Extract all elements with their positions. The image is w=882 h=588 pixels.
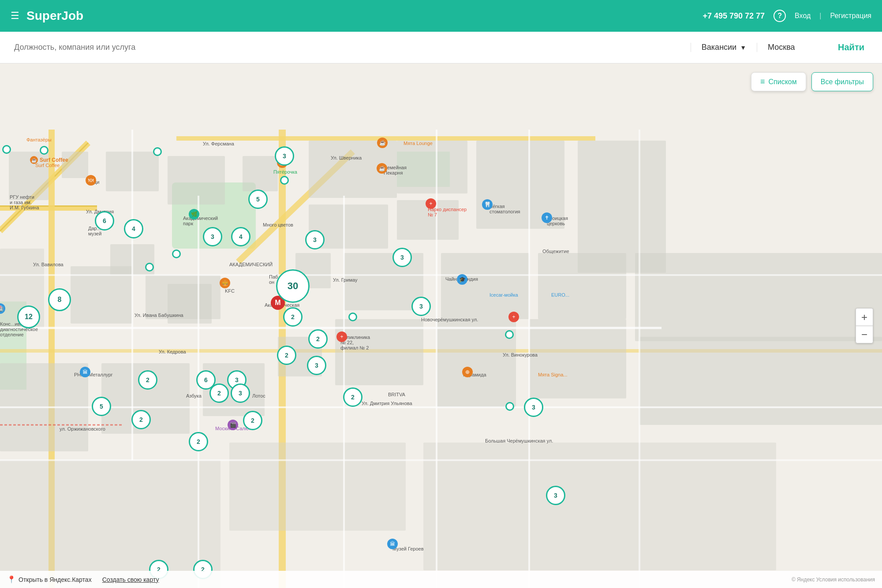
open-yandex-label: Открыть в Яндекс.Картах xyxy=(19,576,92,583)
svg-rect-33 xyxy=(635,253,882,341)
category-label: Вакансии xyxy=(702,43,736,52)
poi-p3[interactable]: ☕ xyxy=(377,163,387,174)
single-dot-d8[interactable] xyxy=(505,330,514,339)
search-bar: Вакансии ▼ Найти xyxy=(0,32,882,63)
svg-rect-30 xyxy=(344,253,423,310)
svg-rect-14 xyxy=(62,152,88,178)
header: ☰ SuperJob +7 495 790 72 77 ? Вход | Рег… xyxy=(0,0,882,32)
menu-icon[interactable]: ☰ xyxy=(11,10,19,22)
cluster-marker-c10[interactable]: 8 xyxy=(48,288,71,311)
city-input[interactable] xyxy=(757,43,827,52)
map-controls: ≡ Списком Все фильтры xyxy=(751,72,873,91)
cluster-marker-c25[interactable]: 2 xyxy=(343,387,363,407)
cluster-marker-c20[interactable]: 3 xyxy=(231,383,250,403)
filter-button[interactable]: Все фильтры xyxy=(811,72,873,91)
cluster-marker-c23[interactable]: 5 xyxy=(92,397,111,416)
cluster-marker-c6[interactable]: 4 xyxy=(231,227,250,246)
map-area[interactable]: ≡ Списком Все фильтры + − 35643433308123… xyxy=(0,63,882,588)
poi-p10[interactable]: 🎓 xyxy=(457,274,467,285)
chevron-down-icon: ▼ xyxy=(740,44,746,51)
cluster-marker-c1[interactable]: 3 xyxy=(275,146,294,166)
svg-rect-44 xyxy=(423,443,776,570)
login-link[interactable]: Вход xyxy=(795,12,811,20)
cluster-marker-c27[interactable]: 2 xyxy=(189,432,208,451)
svg-rect-41 xyxy=(639,337,882,425)
cluster-marker-c26[interactable]: 3 xyxy=(524,398,543,417)
poi-p4[interactable]: 🌿 xyxy=(189,209,199,220)
poi-p15[interactable]: 🏛 xyxy=(387,539,398,549)
single-dot-d4[interactable] xyxy=(280,176,289,185)
single-dot-d5[interactable] xyxy=(172,249,181,258)
single-dot-d9[interactable] xyxy=(505,402,514,411)
svg-rect-32 xyxy=(538,253,626,319)
poi-p16[interactable]: 🦷 xyxy=(482,199,493,210)
cluster-marker-c5[interactable]: 3 xyxy=(203,227,222,246)
cluster-marker-c24[interactable]: 2 xyxy=(131,410,151,429)
cluster-marker-c13[interactable]: 2 xyxy=(283,307,303,327)
cluster-marker-c30[interactable]: 3 xyxy=(546,486,565,505)
zoom-in-button[interactable]: + xyxy=(856,308,873,326)
header-right: +7 495 790 72 77 ? Вход | Регистрация xyxy=(703,10,871,22)
svg-rect-39 xyxy=(437,319,516,407)
svg-rect-43 xyxy=(229,443,406,531)
category-select[interactable]: Вакансии ▼ xyxy=(691,43,757,52)
poi-p7[interactable]: + xyxy=(426,198,436,209)
single-dot-d1[interactable] xyxy=(2,145,11,154)
open-yandex-maps-link[interactable]: 📍 Открыть в Яндекс.Картах xyxy=(7,575,92,584)
cluster-marker-c15[interactable]: 2 xyxy=(277,346,296,365)
cluster-marker-c4[interactable]: 4 xyxy=(124,219,143,238)
phone-number: +7 495 790 72 77 xyxy=(703,11,765,21)
poi-p9[interactable]: + xyxy=(508,312,519,322)
zoom-controls: + − xyxy=(856,308,873,343)
poi-p5[interactable]: 🍔 xyxy=(220,278,230,288)
cluster-marker-c12[interactable]: 3 xyxy=(411,297,431,316)
cluster-marker-c3[interactable]: 6 xyxy=(95,211,114,231)
cluster-marker-c11[interactable]: 12 xyxy=(17,305,40,328)
help-icon[interactable]: ? xyxy=(774,10,786,22)
cluster-marker-c2[interactable]: 5 xyxy=(248,190,268,209)
header-divider: | xyxy=(819,12,821,20)
svg-rect-40 xyxy=(529,319,626,398)
logo: SuperJob xyxy=(26,9,83,23)
surf-coffee-icon: ☕ xyxy=(30,156,38,164)
surf-coffee-poi[interactable]: ☕ Surf Coffee xyxy=(30,156,68,164)
cluster-marker-c9[interactable]: 30 xyxy=(276,269,310,303)
cluster-marker-c22[interactable]: 2 xyxy=(243,411,262,430)
map-bottom: 📍 Открыть в Яндекс.Картах Создать свою к… xyxy=(0,571,882,588)
search-input[interactable] xyxy=(7,43,691,52)
cluster-marker-c16[interactable]: 3 xyxy=(307,356,326,375)
create-map-link[interactable]: Создать свою карту xyxy=(102,576,159,583)
svg-rect-42 xyxy=(0,460,220,588)
svg-rect-17 xyxy=(168,156,225,205)
single-dot-d3[interactable] xyxy=(153,147,162,156)
poi-p2[interactable]: ☕ xyxy=(377,138,388,148)
list-view-label: Списком xyxy=(769,78,797,86)
svg-rect-21 xyxy=(397,141,467,194)
single-dot-d2[interactable] xyxy=(40,146,49,155)
map-background xyxy=(0,63,882,588)
poi-p11[interactable]: 🏛 xyxy=(80,367,90,377)
poi-p8[interactable]: + xyxy=(336,331,347,342)
cluster-marker-c8[interactable]: 3 xyxy=(392,248,412,267)
list-view-button[interactable]: ≡ Списком xyxy=(751,72,806,91)
register-link[interactable]: Регистрация xyxy=(830,12,871,20)
list-icon: ≡ xyxy=(760,77,765,86)
poi-p13[interactable]: ⊕ xyxy=(462,367,473,377)
poi-p17[interactable]: ✝ xyxy=(542,212,552,223)
location-icon: 📍 xyxy=(7,575,16,584)
cluster-marker-c14[interactable]: 2 xyxy=(308,329,328,349)
surf-coffee-label: Surf Coffee xyxy=(40,157,68,163)
poi-p1[interactable]: 🍽 xyxy=(86,175,96,186)
cluster-marker-c7[interactable]: 3 xyxy=(305,230,325,249)
cluster-marker-c17[interactable]: 2 xyxy=(138,370,157,390)
svg-rect-18 xyxy=(243,156,278,191)
svg-rect-28 xyxy=(168,284,212,324)
single-dot-d7[interactable] xyxy=(348,313,357,321)
cluster-marker-c21[interactable]: 2 xyxy=(209,383,229,403)
search-button[interactable]: Найти xyxy=(827,42,875,52)
zoom-out-button[interactable]: − xyxy=(856,326,873,343)
svg-rect-31 xyxy=(441,253,529,319)
single-dot-d6[interactable] xyxy=(145,263,154,272)
poi-p14[interactable]: 🎬 xyxy=(228,420,238,430)
yandex-copyright: © Яндекс Условия использования xyxy=(792,577,875,583)
